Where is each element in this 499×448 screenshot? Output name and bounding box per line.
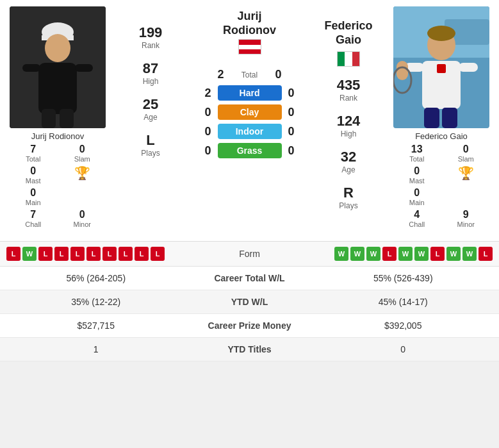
form-badge: L (430, 247, 445, 261)
right-player-col: Federico Gaio 13 Total 0 Slam 0 Mast 🏆 (387, 6, 496, 228)
left-player-center-name: Jurij Rodionov (223, 10, 276, 37)
svg-rect-4 (38, 63, 77, 114)
form-label: Form (211, 249, 288, 259)
form-badge: L (54, 247, 69, 261)
form-badge: L (6, 247, 20, 261)
clay-row: 0 Clay 0 (189, 104, 310, 120)
left-high-block: 87 High (143, 60, 159, 86)
right-stat-col: Federico Gaio 435 Rank 124 High 32 Age (310, 6, 387, 228)
form-badge: W (22, 247, 37, 261)
left-player-photo (10, 6, 106, 128)
stats-table-row: 1 YTD Titles 0 (0, 338, 499, 361)
stats-right-val: 45% (14-17) (314, 297, 493, 307)
stats-table-row: 56% (264-205) Career Total W/L 55% (526-… (0, 267, 499, 290)
indoor-badge: Indoor (218, 124, 282, 139)
left-player-name: Jurij Rodionov (28, 131, 87, 141)
right-total-stat: 13 Total (395, 144, 439, 163)
form-badge: W (398, 247, 413, 261)
left-form-badges: LWLLLLLLLL (6, 247, 211, 261)
stats-center-label: YTD W/L (186, 297, 314, 307)
svg-rect-6 (75, 64, 93, 72)
right-player-center-name: Federico Gaio (324, 19, 372, 47)
left-stat-col: 199 Rank 87 High 25 Age L Plays (112, 6, 189, 228)
right-flag-italy (337, 51, 360, 67)
stats-left-val: 35% (12-22) (6, 297, 186, 307)
stats-left-val: 1 (6, 344, 186, 354)
left-flag-austria (238, 39, 261, 54)
stats-table-row: 35% (12-22) YTD W/L 45% (14-17) (0, 290, 499, 314)
stats-center-label: Career Prize Money (186, 320, 314, 331)
stats-right-val: 0 (314, 344, 493, 354)
match-stats-area: 2 Total 0 2 Hard 0 0 Clay 0 0 Indoor (189, 66, 310, 160)
right-age-block: 32 Age (341, 149, 356, 174)
svg-point-13 (427, 26, 455, 41)
svg-rect-21 (442, 108, 457, 128)
grass-badge: Grass (218, 143, 282, 158)
form-badge: W (462, 247, 477, 261)
form-badge: W (414, 247, 429, 261)
form-badge: L (86, 247, 101, 261)
form-badge: L (70, 247, 85, 261)
form-badge: L (151, 247, 165, 261)
right-high-block: 124 High (337, 113, 361, 138)
main-container: Jurij Rodionov 7Total0Slam0Mast🏆0Main7Ch… (0, 0, 499, 361)
form-badge: L (102, 247, 117, 261)
grass-row: 0 Grass 0 (189, 143, 310, 158)
form-badge: W (334, 247, 348, 261)
right-player-name: Federico Gaio (412, 131, 471, 141)
right-player-mini-stats: 13 Total 0 Slam 0 Mast 🏆 0 Main (395, 144, 488, 228)
svg-rect-15 (437, 64, 446, 73)
stats-right-val: 55% (526-439) (314, 273, 493, 283)
left-plays-block: L Plays (141, 132, 160, 158)
form-badge: L (135, 247, 149, 261)
right-form-badges: WWWLWWLWWL (288, 247, 493, 261)
stats-center-label: Career Total W/L (186, 273, 314, 283)
svg-rect-7 (42, 109, 56, 128)
form-badge: W (366, 247, 380, 261)
right-plays-block: R Plays (339, 185, 357, 210)
svg-rect-18 (397, 61, 408, 80)
right-chall-stat: 4 Chall (395, 209, 439, 228)
svg-rect-17 (459, 63, 478, 72)
stats-left-val: $527,715 (6, 320, 186, 331)
svg-rect-20 (424, 108, 439, 128)
right-minor-stat: 9 Minor (444, 209, 488, 228)
right-player-photo (393, 6, 489, 128)
form-badge: L (119, 247, 133, 261)
stats-table-row: $527,715 Career Prize Money $392,005 (0, 314, 499, 338)
svg-rect-5 (22, 64, 40, 72)
right-trophy: 🏆 (444, 165, 488, 185)
top-area: Jurij Rodionov 7Total0Slam0Mast🏆0Main7Ch… (0, 0, 499, 235)
bottom-section: LWLLLLLLLL Form WWWLWWLWWL 56% (264-205)… (0, 241, 499, 361)
right-main-stat: 0 Main (395, 187, 439, 206)
form-badge: L (38, 247, 53, 261)
hard-badge: Hard (218, 85, 282, 101)
form-badge: L (382, 247, 397, 261)
stats-rows: 56% (264-205) Career Total W/L 55% (526-… (0, 267, 499, 361)
left-rank-block: 199 Rank (139, 24, 163, 50)
left-player-col: Jurij Rodionov 7Total0Slam0Mast🏆0Main7Ch… (3, 6, 112, 228)
left-age-block: 25 Age (143, 96, 158, 122)
form-badge: W (350, 247, 364, 261)
right-rank-block: 435 Rank (337, 77, 361, 103)
right-slam-stat: 0 Slam (444, 144, 488, 163)
right-mast-stat: 0 Mast (395, 165, 439, 185)
form-badge: L (479, 247, 493, 261)
stats-left-val: 56% (264-205) (6, 273, 186, 283)
indoor-row: 0 Indoor 0 (189, 124, 310, 139)
hard-row: 2 Hard 0 (189, 85, 310, 101)
stats-right-val: $392,005 (314, 320, 493, 331)
stats-center-label: YTD Titles (186, 344, 314, 354)
clay-badge: Clay (218, 104, 282, 120)
total-row: 2 Total 0 (189, 68, 310, 81)
left-player-mini-stats: 7Total0Slam0Mast🏆0Main7Chall0Minor (12, 144, 104, 228)
svg-point-3 (45, 34, 70, 62)
svg-rect-8 (60, 109, 74, 128)
center-col: Jurij Rodionov 2 Total 0 2 Hard 0 (189, 6, 310, 228)
form-row: LWLLLLLLLL Form WWWLWWLWWL (0, 242, 499, 267)
form-badge: W (446, 247, 461, 261)
